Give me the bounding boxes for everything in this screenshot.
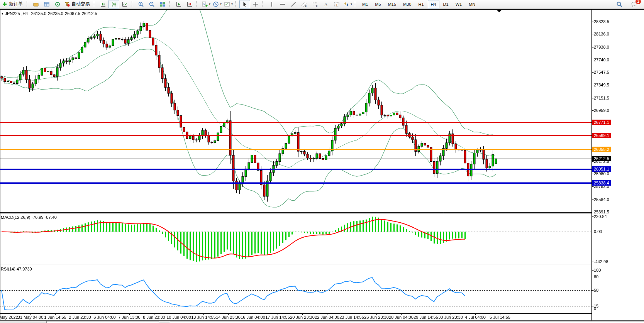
mt4-window: 新订单自动交易▾▾▾EFAT▾M1M5M15M30H1H4D1W1MN1 ▾ J… bbox=[0, 0, 644, 323]
chart-profiles-button[interactable] bbox=[31, 0, 41, 8]
svg-text:T: T bbox=[336, 3, 338, 6]
ohlc-high: 26235.0 bbox=[48, 11, 63, 16]
timeframe-m5-button[interactable]: M5 bbox=[372, 0, 384, 8]
cursor-icon bbox=[242, 1, 248, 7]
bar-chart-button[interactable] bbox=[98, 0, 108, 8]
price-axis-tick: 27151.5 bbox=[594, 95, 609, 101]
timeframe-h1-button[interactable]: H1 bbox=[415, 0, 427, 8]
rsi-indicator-label: RSI(14) 47.9739 bbox=[1, 266, 32, 272]
svg-text:A: A bbox=[324, 2, 328, 7]
candlestick-icon bbox=[111, 1, 117, 7]
rsi-axis-tick: 100 bbox=[594, 267, 601, 273]
chart-canvas[interactable] bbox=[0, 0, 644, 323]
market-watch-icon bbox=[44, 1, 50, 7]
timeframe-m1-button[interactable]: M1 bbox=[359, 0, 371, 8]
date-axis-label: 6 Jun 04:00 bbox=[93, 315, 116, 320]
templates-icon bbox=[224, 1, 230, 7]
new-order-button[interactable]: 新订单 bbox=[0, 0, 25, 8]
market-watch-button[interactable] bbox=[41, 0, 52, 8]
macd-indicator-label: MACD(12,26,9) -76.99 -87.40 bbox=[1, 215, 57, 220]
notification-badge: 1 bbox=[635, 0, 641, 5]
horizontal-line-icon bbox=[280, 1, 286, 7]
price-axis-tick: 28136.0 bbox=[594, 31, 609, 37]
date-axis-label: 26 Jun 23:30 bbox=[364, 315, 389, 320]
toolbar-right-group: 1 bbox=[614, 0, 639, 8]
horizontal-line-button[interactable] bbox=[277, 0, 288, 8]
auto-trading-icon bbox=[64, 1, 70, 7]
zoom-out-icon bbox=[149, 1, 155, 7]
navigator-button[interactable] bbox=[52, 0, 63, 8]
zoom-in-button[interactable] bbox=[136, 0, 146, 8]
price-axis-tick: 27349.5 bbox=[594, 82, 609, 88]
search-icon bbox=[616, 1, 622, 7]
date-axis-label: 29 Jun 14:55 bbox=[414, 315, 438, 320]
zoom-in-icon bbox=[138, 1, 144, 7]
date-axis-label: 16 Jun 04:00 bbox=[241, 315, 265, 320]
price-axis-tick: 27547.5 bbox=[594, 69, 609, 75]
price-level-tag: 26771.1 bbox=[592, 120, 611, 125]
date-axis-label: 29 May 2022 bbox=[0, 315, 18, 320]
price-axis-tick: 25980.0 bbox=[594, 171, 609, 176]
arrows-button[interactable]: ▾ bbox=[342, 0, 353, 8]
zoom-out-button[interactable] bbox=[146, 0, 157, 8]
date-axis-label: 13 Jun 14:55 bbox=[191, 315, 216, 320]
bottom-panel-2 bbox=[170, 321, 644, 323]
timeframe-d1-button[interactable]: D1 bbox=[440, 0, 452, 8]
toolbar-separator bbox=[263, 1, 265, 7]
search-button[interactable] bbox=[614, 0, 625, 8]
trendline-button[interactable] bbox=[288, 0, 299, 8]
price-axis-tick: 25584.0 bbox=[594, 197, 609, 202]
text-label-button[interactable]: T bbox=[331, 0, 342, 8]
fibonacci-icon: F bbox=[312, 1, 318, 7]
crosshair-icon bbox=[253, 1, 259, 7]
new-order-label: 新订单 bbox=[8, 1, 24, 7]
svg-text:E: E bbox=[305, 5, 307, 7]
date-axis-label: 4 Jul 04:00 bbox=[465, 315, 486, 320]
cursor-button[interactable] bbox=[239, 0, 250, 8]
ohlc-close: 26212.5 bbox=[82, 11, 97, 16]
vertical-line-button[interactable] bbox=[266, 0, 277, 8]
text-label-icon: T bbox=[334, 1, 340, 7]
text-button[interactable]: A bbox=[320, 0, 331, 8]
line-chart-icon bbox=[122, 1, 128, 7]
auto-scroll-button[interactable] bbox=[173, 0, 184, 8]
auto-scroll-icon bbox=[176, 1, 182, 7]
ohlc-low: 26087.5 bbox=[65, 11, 80, 16]
indicators-list-button[interactable]: ▾ bbox=[200, 0, 212, 8]
timeframe-mn-button[interactable]: MN bbox=[466, 0, 478, 8]
chart-collapse-icon[interactable]: ▾ bbox=[2, 11, 3, 16]
date-axis-label: 22 Jun 04:00 bbox=[315, 315, 339, 320]
line-chart-button[interactable] bbox=[119, 0, 130, 8]
timeframe-m30-button[interactable]: M30 bbox=[400, 0, 414, 8]
periods-button[interactable]: ▾ bbox=[212, 0, 223, 8]
toolbar-separator bbox=[236, 1, 238, 7]
date-axis-label: 7 Jun 13:00 bbox=[118, 315, 141, 320]
timeframe-h4-button[interactable]: H4 bbox=[428, 0, 439, 8]
price-axis-tick: 26959.0 bbox=[594, 108, 609, 113]
chat-button[interactable]: 1 bbox=[629, 0, 639, 8]
fibonacci-retracement-button[interactable]: F bbox=[310, 0, 320, 8]
auto-trading-button[interactable]: 自动交易 bbox=[63, 0, 92, 8]
toolbar-separator bbox=[355, 1, 358, 7]
price-axis-tick: 27938.0 bbox=[594, 44, 609, 50]
timeframe-m15-button[interactable]: M15 bbox=[385, 0, 399, 8]
date-axis-label: 10 Jun 04:00 bbox=[166, 315, 191, 320]
date-axis-label: 30 Jun 23:30 bbox=[438, 315, 463, 320]
toolbar-separator bbox=[132, 1, 134, 7]
date-axis-label: 23 Jun 14:55 bbox=[339, 315, 364, 320]
bottom-panel-1 bbox=[46, 321, 159, 323]
date-axis-label: 31 May 04:00 bbox=[18, 315, 44, 320]
chart-symbol-period: JPN225-,H4 bbox=[5, 11, 28, 16]
date-axis-label: 20 Jun 23:30 bbox=[290, 315, 315, 320]
tile-windows-button[interactable] bbox=[157, 0, 168, 8]
profiles-icon bbox=[33, 1, 39, 7]
tile-windows-icon bbox=[159, 1, 166, 7]
templates-button[interactable]: ▾ bbox=[223, 0, 234, 8]
chevron-down-icon: ▾ bbox=[209, 2, 210, 6]
timeframe-w1-button[interactable]: W1 bbox=[452, 0, 465, 8]
crosshair-button[interactable] bbox=[250, 0, 261, 8]
chart-shift-button[interactable] bbox=[184, 0, 195, 8]
candlestick-chart-button[interactable] bbox=[108, 0, 119, 8]
equidistant-channel-icon: E bbox=[301, 1, 307, 7]
equidistant-channel-button[interactable]: E bbox=[299, 0, 310, 8]
